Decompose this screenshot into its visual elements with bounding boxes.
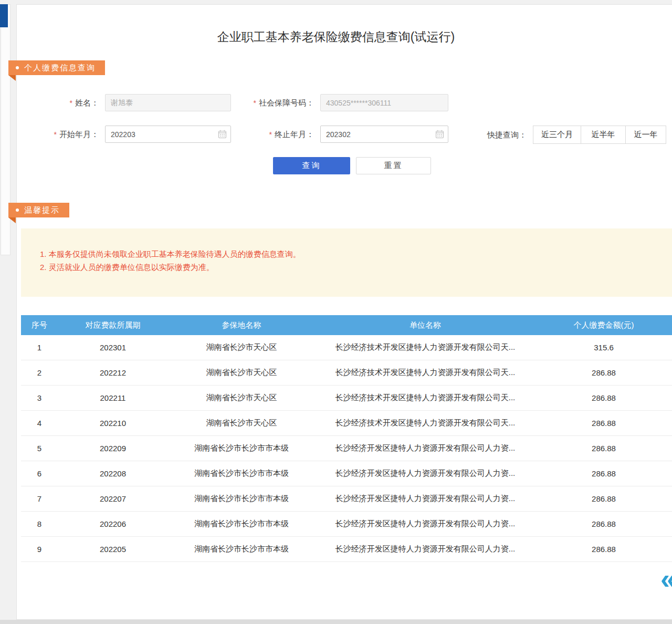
cell-period: 202210	[58, 419, 168, 428]
name-field-wrap	[105, 94, 231, 111]
cell-place: 湖南省长沙市天心区	[168, 418, 315, 428]
table-row: 4 202210 湖南省长沙市天心区 长沙经济技术开发区捷特人力资源开发有限公司…	[21, 411, 672, 436]
header-seq: 序号	[21, 320, 58, 330]
cell-place: 湖南省长沙市长沙市市本级	[168, 469, 315, 479]
cell-period: 202212	[58, 368, 168, 377]
cell-amount: 286.88	[536, 519, 672, 528]
cell-amount: 286.88	[536, 393, 672, 402]
table-row: 5 202209 湖南省长沙市长沙市市本级 长沙经济开发区捷特人力资源开发有限公…	[21, 436, 672, 461]
badge-bullet-icon	[16, 66, 19, 69]
header-period: 对应费款所属期	[58, 320, 168, 330]
cell-seq: 1	[21, 343, 58, 352]
cell-period: 202211	[58, 393, 168, 402]
section-badge-tips: 温馨提示	[8, 203, 69, 217]
cell-amount: 286.88	[536, 419, 672, 428]
end-month-field-wrap	[320, 126, 448, 143]
end-month-label: *终止年月：	[247, 126, 314, 143]
cell-company: 长沙经济开发区捷特人力资源开发有限公司人力资...	[315, 494, 536, 504]
cell-company: 长沙经济开发区捷特人力资源开发有限公司人力资...	[315, 443, 536, 453]
section-badge-query: 个人缴费信息查询	[8, 60, 105, 75]
cell-company: 长沙经济技术开发区捷特人力资源开发有限公司天...	[315, 368, 536, 378]
section-badge-tips-label: 温馨提示	[24, 205, 60, 215]
cell-seq: 4	[21, 419, 58, 428]
required-asterisk: *	[254, 99, 256, 107]
query-button[interactable]: 查询	[273, 157, 350, 174]
badge-bullet-icon	[16, 209, 19, 212]
quick-range-one-year-button[interactable]: 近一年	[625, 126, 666, 144]
cell-seq: 2	[21, 368, 58, 377]
name-input[interactable]	[105, 94, 231, 111]
cell-place: 湖南省长沙市天心区	[168, 393, 315, 403]
table-row: 6 202208 湖南省长沙市长沙市市本级 长沙经济开发区捷特人力资源开发有限公…	[21, 461, 672, 486]
cell-period: 202208	[58, 469, 168, 478]
quick-query-group: 近三个月 近半年 近一年	[533, 126, 666, 144]
notice-line: 2. 灵活就业人员的缴费单位信息以实际缴费为准。	[40, 261, 662, 274]
ssn-input[interactable]	[320, 94, 448, 111]
cell-place: 湖南省长沙市长沙市市本级	[168, 443, 315, 453]
results-table: 序号 对应费款所属期 参保地名称 单位名称 个人缴费金额(元) 1 202301…	[21, 315, 672, 562]
table-row: 3 202211 湖南省长沙市天心区 长沙经济技术开发区捷特人力资源开发有限公司…	[21, 386, 672, 411]
table-row: 9 202205 湖南省长沙市长沙市市本级 长沙经济开发区捷特人力资源开发有限公…	[21, 537, 672, 562]
required-asterisk: *	[269, 130, 272, 139]
cell-amount: 286.88	[536, 545, 672, 554]
cell-place: 湖南省长沙市天心区	[168, 342, 315, 352]
cell-place: 湖南省长沙市长沙市市本级	[168, 544, 315, 554]
cell-company: 长沙经济技术开发区捷特人力资源开发有限公司天...	[315, 418, 536, 428]
cell-seq: 6	[21, 469, 58, 478]
collapse-chevron-icon[interactable]: «	[660, 565, 672, 593]
cell-period: 202209	[58, 444, 168, 453]
cell-seq: 9	[21, 545, 58, 554]
table-row: 2 202212 湖南省长沙市天心区 长沙经济技术开发区捷特人力资源开发有限公司…	[21, 360, 672, 386]
cell-company: 长沙经济开发区捷特人力资源开发有限公司人力资...	[315, 469, 536, 479]
quick-range-3-months-button[interactable]: 近三个月	[533, 126, 581, 144]
notice-line: 1. 本服务仅提供尚未领取企业职工基本养老保险待遇人员的缴费信息查询。	[40, 247, 662, 261]
cell-seq: 8	[21, 519, 58, 528]
cell-place: 湖南省长沙市天心区	[168, 368, 315, 378]
table-row: 7 202207 湖南省长沙市长沙市市本级 长沙经济开发区捷特人力资源开发有限公…	[21, 486, 672, 512]
brand-tab	[0, 4, 8, 27]
cell-amount: 286.88	[536, 494, 672, 503]
section-badge-query-label: 个人缴费信息查询	[24, 63, 96, 73]
cell-amount: 286.88	[536, 469, 672, 478]
header-amount: 个人缴费金额(元)	[536, 320, 672, 330]
cell-amount: 286.88	[536, 368, 672, 377]
name-label: *姓名：	[32, 94, 99, 112]
table-row: 1 202301 湖南省长沙市天心区 长沙经济技术开发区捷特人力资源开发有限公司…	[21, 335, 672, 360]
cell-amount: 286.88	[536, 444, 672, 453]
cell-company: 长沙经济技术开发区捷特人力资源开发有限公司天...	[315, 342, 536, 352]
start-month-input[interactable]	[105, 126, 231, 143]
cell-period: 202205	[58, 545, 168, 554]
start-month-field-wrap	[105, 126, 231, 143]
end-month-input[interactable]	[320, 126, 448, 143]
cell-company: 长沙经济技术开发区捷特人力资源开发有限公司天...	[315, 393, 536, 403]
calendar-icon[interactable]	[218, 130, 227, 139]
cell-period: 202301	[58, 343, 168, 352]
calendar-icon[interactable]	[435, 130, 444, 139]
cell-seq: 5	[21, 444, 58, 453]
cell-place: 湖南省长沙市长沙市市本级	[168, 519, 315, 529]
cell-company: 长沙经济开发区捷特人力资源开发有限公司人力资...	[315, 544, 536, 554]
header-company: 单位名称	[315, 320, 536, 330]
page-title: 企业职工基本养老保险缴费信息查询(试运行)	[0, 29, 672, 45]
reset-button[interactable]: 重置	[356, 157, 431, 174]
required-asterisk: *	[70, 99, 72, 107]
cell-period: 202206	[58, 519, 168, 528]
cell-company: 长沙经济开发区捷特人力资源开发有限公司人力资...	[315, 519, 536, 529]
ssn-label: *社会保障号码：	[231, 94, 314, 112]
table-row: 8 202206 湖南省长沙市长沙市市本级 长沙经济开发区捷特人力资源开发有限公…	[21, 512, 672, 537]
required-asterisk: *	[54, 130, 57, 139]
quick-query-label: 快捷查询：	[487, 126, 527, 144]
table-header-row: 序号 对应费款所属期 参保地名称 单位名称 个人缴费金额(元)	[21, 315, 672, 335]
ssn-field-wrap	[320, 94, 448, 111]
cell-amount: 315.6	[536, 343, 672, 352]
cell-seq: 7	[21, 494, 58, 503]
notice-box: 1. 本服务仅提供尚未领取企业职工基本养老保险待遇人员的缴费信息查询。 2. 灵…	[21, 228, 672, 297]
bottom-strip	[0, 620, 672, 624]
quick-range-half-year-button[interactable]: 近半年	[581, 126, 626, 144]
header-place: 参保地名称	[168, 320, 315, 330]
cell-period: 202207	[58, 494, 168, 503]
start-month-label: *开始年月：	[32, 126, 99, 143]
cell-seq: 3	[21, 393, 58, 402]
cell-place: 湖南省长沙市长沙市市本级	[168, 494, 315, 504]
